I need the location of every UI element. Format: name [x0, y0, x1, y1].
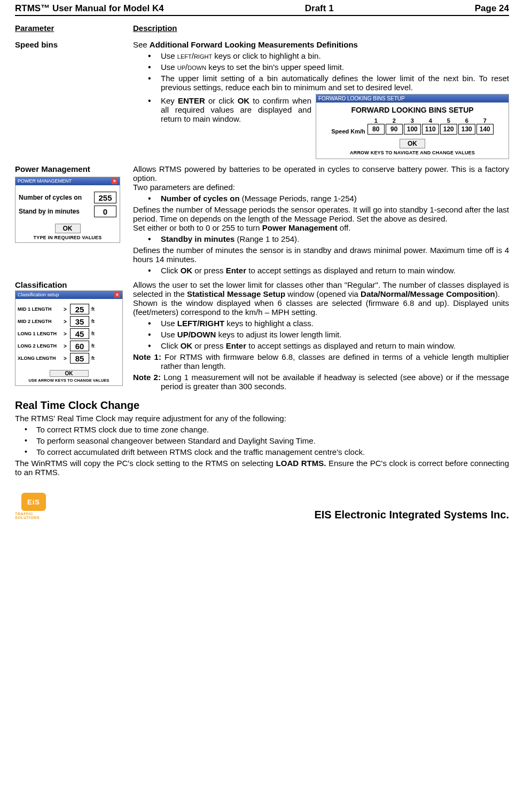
- cls-bullet-3: Click OK or press Enter to accept settin…: [148, 341, 509, 350]
- text-bold: Additional Forward Looking Measurements …: [150, 40, 358, 49]
- pm-p4: Set either or both to 0 or 255 to turn P…: [133, 223, 509, 232]
- bins-figure-heading: FORWARD LOOKING BINS SETUP: [319, 106, 505, 114]
- text: keys to adjust its lower length limit.: [216, 330, 341, 339]
- gt-icon: >: [62, 343, 68, 349]
- bins-col-1: 1: [367, 117, 385, 124]
- text: (Range 1 to 254).: [234, 234, 299, 243]
- text: Use: [161, 319, 177, 328]
- cls-input-2[interactable]: 35: [70, 316, 89, 327]
- text: keys to highlight a class.: [224, 319, 314, 328]
- unit-label: ft: [91, 343, 99, 349]
- speed-bullet-3: The upper limit setting of a bin automat…: [148, 74, 509, 92]
- bins-col-5: 5: [440, 117, 457, 124]
- rtc-bullet-3: To correct accumulated drift between RTM…: [25, 447, 509, 456]
- speed-bullet-1: Use left/right keys or click to highligh…: [148, 51, 509, 60]
- text: See: [133, 40, 150, 49]
- bins-col-4: 4: [422, 117, 439, 124]
- cls-p1: Allows the user to set the lower limit f…: [133, 280, 509, 298]
- text: Use: [161, 330, 177, 339]
- cls-row-1: MID 1 LENGTH > 25 ft: [18, 304, 120, 314]
- cls-row-3: LONG 1 LENGTH > 45 ft: [18, 328, 120, 339]
- pm-ok-button[interactable]: OK: [55, 224, 81, 233]
- text-bold: LEFT/RIGHT: [177, 319, 224, 328]
- cls-figure-titlebar: Classification setup ×: [15, 291, 122, 299]
- text-bold: Data/Normal/Message Composition: [361, 289, 495, 298]
- text-bold: Statistical Message Setup: [187, 289, 285, 298]
- bins-val-2[interactable]: 90: [386, 124, 403, 135]
- note-label: Note 2:: [133, 373, 161, 382]
- gt-icon: >: [62, 306, 68, 312]
- bins-ok-button[interactable]: OK: [400, 139, 425, 148]
- text-bold: LOAD RTMS.: [276, 459, 326, 468]
- text-bold: ENTER: [178, 96, 205, 105]
- pm-bullet-3: Click OK or press Enter to accept settin…: [148, 266, 509, 275]
- pm-standby-input[interactable]: 0: [94, 206, 116, 217]
- cls-note-2: Note 2: Long 1 measurement will not be a…: [133, 373, 509, 391]
- rtc-bullet-2: To perform seasonal changeover between S…: [25, 436, 509, 445]
- pm-row2-label: Stand by in minutes: [19, 208, 80, 215]
- cls-label: XLONG LENGTH: [18, 356, 60, 361]
- bins-val-6[interactable]: 130: [458, 124, 475, 135]
- text: ).: [495, 289, 500, 298]
- power-management-figure: POWER MANAGEMENT × Number of cycles on 2…: [15, 177, 120, 243]
- col-header-description: Description: [133, 23, 509, 33]
- close-icon[interactable]: ×: [112, 178, 118, 184]
- note-label: Note 1:: [133, 352, 161, 361]
- bins-col-6: 6: [458, 117, 475, 124]
- cls-note-1: Note 1: For RTMS with firmware below 6.8…: [133, 352, 509, 370]
- text-bold: OK: [181, 341, 193, 350]
- bins-col-2: 2: [386, 117, 403, 124]
- note-text: For RTMS with firmware below 6.8, classe…: [161, 352, 509, 370]
- speed-bullet-4: Key ENTER or click OK to confirm when al…: [148, 96, 311, 123]
- bins-col-7: 7: [476, 117, 494, 124]
- note-text: Long 1 measurement will not be available…: [161, 373, 509, 391]
- gt-icon: >: [62, 331, 68, 337]
- unit-label: ft: [91, 306, 99, 312]
- text: Click: [161, 266, 181, 275]
- param-classification: Classification: [15, 280, 130, 289]
- pm-cycles-input[interactable]: 255: [94, 192, 116, 203]
- bins-col-3: 3: [404, 117, 421, 124]
- text: Click: [161, 341, 181, 350]
- cls-input-1[interactable]: 25: [70, 304, 89, 314]
- unit-label: ft: [91, 331, 99, 336]
- keys-text: left/right: [177, 51, 212, 60]
- bins-val-5[interactable]: 120: [440, 124, 457, 135]
- cls-label: MID 2 LENGTH: [18, 319, 60, 324]
- eis-logo-icon: EiS: [21, 493, 46, 511]
- cls-input-4[interactable]: 60: [70, 341, 89, 351]
- rtc-outro: The WinRTMS will copy the PC's clock set…: [15, 459, 509, 477]
- cls-row-5: XLONG LENGTH > 85 ft: [18, 353, 120, 364]
- cls-p2: Shown is the window displayed when 6 cla…: [133, 298, 509, 317]
- rtc-intro: The RTMS' Real Time Clock may require ad…: [15, 414, 509, 423]
- header-left: RTMS™ User Manual for Model K4: [15, 3, 164, 14]
- gt-icon: >: [62, 319, 68, 325]
- bins-setup-figure: FORWARD LOOKING BINS SETUP FORWARD LOOKI…: [316, 94, 509, 159]
- close-icon[interactable]: ×: [114, 292, 120, 298]
- bins-val-7[interactable]: 140: [476, 124, 494, 135]
- bins-val-4[interactable]: 110: [422, 124, 439, 135]
- cls-input-5[interactable]: 85: [70, 353, 89, 364]
- bins-figure-titlebar: FORWARD LOOKING BINS SETUP: [316, 94, 509, 103]
- cls-hint: USE ARROW KEYS TO CHANGE VALUES: [18, 378, 120, 383]
- bins-val-1[interactable]: 80: [367, 124, 385, 135]
- text: off.: [338, 223, 351, 232]
- text: Use: [161, 51, 177, 60]
- text-bold: Enter: [226, 266, 246, 275]
- param-power-management: Power Management: [15, 164, 130, 174]
- text: (Message Periods, range 1-254): [240, 194, 357, 203]
- cls-ok-button[interactable]: OK: [50, 370, 89, 377]
- pm-p2: Two parameters are defined:: [133, 183, 509, 192]
- pm-bullet-1: Number of cycles on (Message Periods, ra…: [148, 194, 509, 203]
- text: to accept settings as displayed and retu…: [246, 266, 456, 275]
- gt-icon: >: [62, 356, 68, 361]
- cls-titlebar-text: Classification setup: [18, 292, 59, 298]
- bins-val-3[interactable]: 100: [404, 124, 421, 135]
- cls-input-3[interactable]: 45: [70, 328, 89, 339]
- text: or press: [192, 341, 226, 350]
- pm-row1-label: Number of cycles on: [19, 194, 82, 201]
- rtc-heading: Real Time Clock Change: [15, 399, 509, 412]
- unit-label: ft: [91, 356, 99, 361]
- text-bold: Power Management: [262, 223, 338, 232]
- text: Set either or both to 0 or 255 to turn: [133, 223, 262, 232]
